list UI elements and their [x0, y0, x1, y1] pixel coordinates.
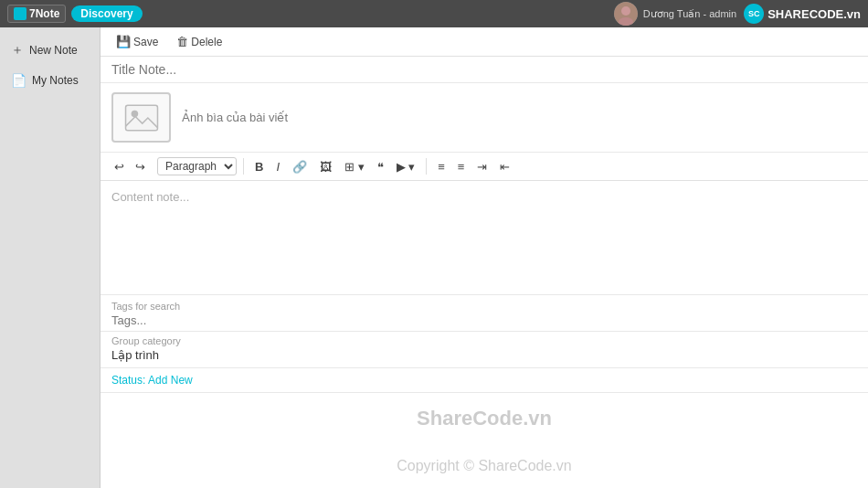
sharecode-icon: SC	[744, 4, 764, 24]
save-icon: 💾	[116, 35, 131, 48]
group-label: Group category	[111, 335, 857, 346]
title-input-wrap	[101, 57, 868, 83]
sidebar-new-note-label: New Note	[29, 44, 78, 57]
user-info: Dương Tuấn - admin	[614, 2, 736, 26]
title-input[interactable]	[111, 62, 857, 77]
image-icon	[124, 101, 159, 135]
divider-2	[426, 158, 427, 175]
logo-text: 7Note	[29, 7, 59, 20]
save-label: Save	[133, 36, 158, 48]
indent-button[interactable]: ⇥	[472, 158, 492, 175]
content-editor[interactable]: Content note...	[101, 181, 868, 295]
svg-point-4	[131, 110, 138, 117]
sharecode-text: SHARECODE.vn	[767, 7, 861, 21]
bold-button[interactable]: B	[250, 158, 268, 175]
main-layout: ＋ New Note 📄 My Notes 💾 Save 🗑 Delele	[0, 27, 868, 488]
divider-1	[243, 158, 244, 175]
status-bar: Status: Add New	[101, 368, 868, 393]
sidebar-item-new-note[interactable]: ＋ New Note	[0, 35, 100, 66]
paragraph-select[interactable]: Paragraph	[157, 157, 237, 175]
discovery-badge[interactable]: Discovery	[71, 5, 142, 22]
cover-image-placeholder[interactable]	[111, 92, 171, 143]
watermark-copyright: Copyright © ShareCode.vn	[397, 458, 571, 474]
logo-badge: 7Note Discovery	[7, 5, 143, 23]
delete-button[interactable]: 🗑 Delele	[172, 33, 227, 50]
quote-button[interactable]: ❝	[373, 158, 388, 175]
cover-image-label: Ảnh bìa của bài viết	[182, 111, 288, 124]
svg-rect-3	[125, 105, 157, 130]
avatar	[614, 2, 638, 26]
status-action[interactable]: Add New	[148, 374, 193, 387]
notes-icon: 📄	[11, 73, 26, 88]
content-area: 💾 Save 🗑 Delele Ảnh bìa của bài viết	[101, 27, 868, 488]
group-value: Lập trình	[111, 348, 857, 362]
user-name: Dương Tuấn - admin	[643, 8, 736, 20]
sidebar: ＋ New Note 📄 My Notes	[0, 27, 101, 488]
media-button[interactable]: ▶ ▾	[392, 158, 420, 175]
ordered-list-button[interactable]: ≡	[453, 158, 470, 175]
delete-icon: 🗑	[176, 35, 188, 48]
plus-icon: ＋	[11, 42, 24, 58]
cover-image-area: Ảnh bìa của bài viết	[101, 83, 868, 153]
footer-area: ShareCode.vn Copyright © ShareCode.vn	[101, 393, 868, 488]
outdent-button[interactable]: ⇤	[495, 158, 514, 175]
italic-button[interactable]: I	[271, 158, 284, 175]
group-section: Group category Lập trình	[101, 332, 868, 368]
sidebar-item-my-notes[interactable]: 📄 My Notes	[0, 66, 100, 95]
content-placeholder: Content note...	[111, 190, 189, 204]
topbar: 7Note Discovery Dương Tuấn - admin SC SH…	[0, 0, 868, 27]
watermark-main: ShareCode.vn	[417, 407, 552, 430]
table-button[interactable]: ⊞ ▾	[340, 158, 369, 175]
tags-label: Tags for search	[111, 301, 857, 312]
image-insert-button[interactable]: 🖼	[315, 158, 336, 175]
unordered-list-button[interactable]: ≡	[433, 158, 450, 175]
undo-button[interactable]: ↩	[110, 158, 129, 175]
link-button[interactable]: 🔗	[288, 158, 312, 175]
tags-section: Tags for search	[101, 295, 868, 332]
app-logo[interactable]: 7Note	[7, 5, 66, 23]
tags-input[interactable]	[111, 313, 857, 327]
toolbar-row: 💾 Save 🗑 Delele	[101, 27, 868, 57]
redo-button[interactable]: ↪	[131, 158, 150, 175]
save-button[interactable]: 💾 Save	[111, 33, 163, 50]
undo-redo-group: ↩ ↪	[110, 158, 150, 175]
editor-toolbar: ↩ ↪ Paragraph B I 🔗 🖼 ⊞ ▾ ❝ ▶ ▾ ≡ ≡ ⇥ ⇤	[101, 153, 868, 181]
status-label: Status:	[111, 374, 145, 387]
sidebar-my-notes-label: My Notes	[32, 74, 79, 87]
topbar-right: Dương Tuấn - admin SC SHARECODE.vn	[614, 2, 861, 26]
sharecode-logo: SC SHARECODE.vn	[744, 4, 861, 24]
svg-point-1	[621, 6, 630, 16]
logo-icon	[14, 7, 26, 20]
delete-label: Delele	[191, 36, 222, 48]
